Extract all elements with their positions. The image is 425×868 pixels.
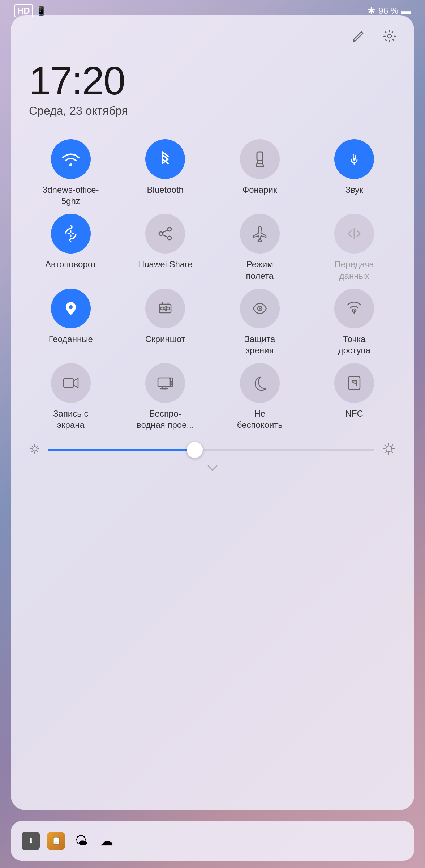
huawei-share-icon: [145, 214, 185, 254]
tile-sound[interactable]: Звук: [309, 139, 400, 207]
hotspot-icon: [334, 289, 374, 328]
wireless-proj-icon: [145, 363, 185, 403]
status-right: ✱ 96 % ▬: [368, 5, 411, 17]
autorotate-label: Автоповорот: [45, 259, 96, 270]
status-left: HD 📱: [14, 4, 47, 17]
app-notif-icon-3: ☁: [98, 832, 116, 850]
bluetooth-label: Bluetooth: [147, 184, 184, 195]
tile-geodata[interactable]: Геоданные: [25, 289, 116, 356]
data-transfer-icon: [334, 214, 374, 254]
tile-dnd[interactable]: Небеспокоить: [214, 363, 305, 430]
clock-section: 17:20 Среда, 23 октября: [25, 54, 400, 132]
tile-flashlight[interactable]: Фонарик: [214, 139, 305, 207]
battery-icon: ▬: [401, 5, 411, 17]
brightness-fill: [48, 449, 195, 451]
svg-rect-16: [159, 304, 171, 313]
app-notif-icon-1: 📋: [47, 832, 65, 850]
download-notif-icon: ⬇: [22, 832, 40, 850]
panel-arrow[interactable]: [25, 464, 400, 472]
tile-data-transfer[interactable]: Передачаданных: [309, 214, 400, 281]
dnd-label: Небеспокоить: [237, 408, 283, 430]
svg-point-0: [388, 34, 391, 38]
panel-header: [25, 26, 400, 46]
svg-point-13: [168, 236, 171, 240]
bluetooth-status-icon: ✱: [368, 5, 375, 17]
airplane-icon: [240, 214, 280, 254]
svg-point-11: [159, 232, 163, 235]
tile-bluetooth[interactable]: Bluetooth: [120, 139, 211, 207]
status-bar: HD 📱 ✱ 96 % ▬: [0, 0, 425, 22]
huawei-share-label: Huawei Share: [138, 259, 193, 270]
svg-rect-21: [158, 378, 170, 387]
flashlight-label: Фонарик: [242, 184, 277, 195]
sim-icon: 📱: [36, 6, 47, 16]
wifi-icon: [51, 139, 91, 179]
wifi-label: 3dnews-office-5ghz: [43, 184, 99, 207]
tile-hotspot[interactable]: Точкадоступа: [309, 289, 400, 356]
eye-protect-icon: [240, 289, 280, 328]
tile-wifi[interactable]: 3dnews-office-5ghz: [25, 139, 116, 207]
tile-huawei-share[interactable]: Huawei Share: [120, 214, 211, 281]
bluetooth-icon: [145, 139, 185, 179]
screen-record-icon: [51, 363, 91, 403]
screen-record-label: Запись сэкрана: [53, 408, 88, 430]
tile-eye-protect[interactable]: Защитазрения: [214, 289, 305, 356]
tile-screen-record[interactable]: Запись сэкрана: [25, 363, 116, 430]
wireless-proj-label: Беспро-водная прое...: [137, 408, 194, 430]
screenshot-label: Скриншот: [145, 333, 185, 345]
svg-rect-20: [64, 379, 74, 387]
svg-point-24: [33, 447, 37, 451]
notification-bar: ⬇ 📋 🌤 ☁: [11, 821, 414, 861]
data-transfer-label: Передачаданных: [335, 259, 374, 281]
sound-icon: [334, 139, 374, 179]
brightness-track[interactable]: [48, 449, 374, 451]
svg-rect-1: [257, 152, 263, 161]
autorotate-icon: [51, 214, 91, 254]
battery-percent: 96 %: [378, 6, 398, 16]
tile-airplane[interactable]: Режимполета: [214, 214, 305, 281]
svg-point-15: [69, 305, 73, 309]
tiles-grid: 3dnews-office-5ghz Bluetooth Фонарик: [25, 139, 400, 431]
geodata-label: Геоданные: [49, 333, 93, 345]
nfc-label: NFC: [345, 408, 363, 419]
eye-protect-label: Защитазрения: [244, 333, 275, 356]
hotspot-label: Точкадоступа: [338, 333, 370, 356]
flashlight-icon: [240, 139, 280, 179]
quick-panel: 17:20 Среда, 23 октября 3dnews-office-5g…: [11, 15, 414, 810]
svg-point-12: [168, 227, 171, 231]
brightness-max-icon: [382, 442, 396, 459]
svg-point-25: [386, 446, 392, 452]
app-notif-icon-2: 🌤: [72, 832, 90, 850]
clock-date: Среда, 23 октября: [29, 104, 400, 118]
dnd-icon: [240, 363, 280, 403]
screenshot-icon: [145, 289, 185, 328]
tile-autorotate[interactable]: Автоповорот: [25, 214, 116, 281]
airplane-label: Режимполета: [246, 259, 274, 281]
svg-point-2: [353, 162, 356, 163]
settings-button[interactable]: [379, 26, 400, 46]
nfc-icon: [334, 363, 374, 403]
geodata-icon: [51, 289, 91, 328]
svg-point-18: [259, 307, 261, 309]
tile-wireless-proj[interactable]: Беспро-водная прое...: [120, 363, 211, 430]
tile-nfc[interactable]: NFC: [309, 363, 400, 430]
edit-button[interactable]: [348, 26, 369, 46]
sound-label: Звук: [345, 184, 363, 195]
clock-time: 17:20: [29, 61, 400, 101]
tile-screenshot[interactable]: Скриншот: [120, 289, 211, 356]
hd-indicator: HD: [14, 4, 33, 17]
brightness-min-icon: [29, 443, 40, 457]
brightness-row: [25, 442, 400, 459]
brightness-thumb[interactable]: [187, 442, 203, 458]
